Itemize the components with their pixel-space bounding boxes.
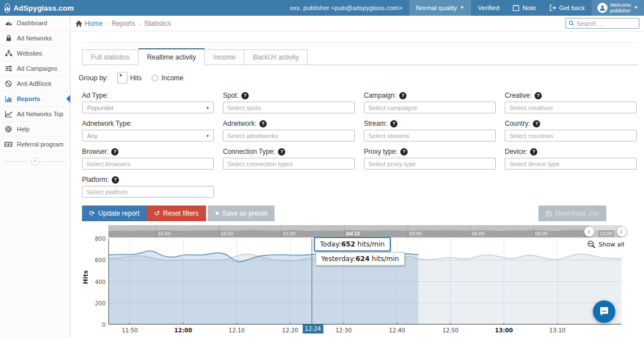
- group-by-option-hits[interactable]: Hits: [117, 72, 142, 84]
- verified-label: Verified: [478, 4, 499, 11]
- y-axis-tick: 0: [82, 322, 106, 328]
- navigator-tick: [344, 225, 345, 237]
- save-preset-button[interactable]: ♥ Save as preset: [208, 205, 275, 221]
- get-back-label: Get back: [559, 4, 585, 11]
- top-bar: AdSpyglass.com xxx. publisher <pub@adspy…: [0, 0, 644, 16]
- get-back-button[interactable]: Get back: [543, 0, 592, 16]
- breadcrumb-home-link[interactable]: Home: [75, 20, 103, 28]
- filter-field-platform: Platform:?: [82, 176, 214, 198]
- sidebar-item-dashboard[interactable]: Dashboard: [0, 16, 70, 31]
- filter-field-connection-type: Connection Type:?: [223, 148, 355, 170]
- navigator-tick: [156, 225, 157, 237]
- help-icon[interactable]: ?: [112, 176, 119, 184]
- sidebar-item-label: Help: [17, 126, 30, 133]
- browser-input[interactable]: [82, 158, 214, 170]
- today-tooltip-value: 652: [341, 240, 355, 248]
- note-label: Note: [522, 4, 536, 11]
- breadcrumb: Home › Reports › Statistics: [75, 20, 171, 28]
- download-csv-label: Download .csv: [555, 209, 599, 217]
- help-icon[interactable]: ?: [241, 92, 249, 99]
- help-icon[interactable]: ?: [530, 148, 537, 156]
- download-csv-button[interactable]: Download .csv: [538, 205, 606, 221]
- help-icon[interactable]: ?: [278, 148, 285, 156]
- device-input[interactable]: [505, 158, 637, 170]
- yesterday-tooltip-value: 624: [355, 255, 369, 263]
- group-by-option-income[interactable]: Income: [152, 72, 183, 84]
- adnetwork-input[interactable]: [223, 130, 355, 141]
- filter-field-browser: Browser:?: [82, 148, 214, 170]
- spot-input[interactable]: [223, 102, 355, 113]
- help-icon[interactable]: ?: [400, 148, 408, 156]
- user-menu[interactable]: Welcome publisher ▼: [592, 0, 644, 16]
- sidebar-item-ad-campaigns[interactable]: Ad Campaigns: [0, 61, 70, 76]
- sidebar-item-websites[interactable]: Websites: [0, 46, 70, 61]
- welcome-text: Welcome: [610, 2, 631, 8]
- chat-launcher-button[interactable]: [593, 300, 615, 323]
- chart-navigator[interactable]: 15:0018:0021:00Jul 1203:0006:0009:0012:0…: [108, 225, 622, 237]
- x-axis-tick: 13:00: [487, 327, 521, 334]
- help-icon[interactable]: ?: [533, 120, 540, 127]
- campaign-input[interactable]: [364, 102, 496, 113]
- filter-field-spot: Spot:?: [223, 92, 355, 113]
- tab-income[interactable]: Income: [204, 49, 244, 65]
- filter-label: Adnetwork Type:: [82, 120, 132, 127]
- tab-full-statistics[interactable]: Full statistics: [82, 49, 139, 65]
- line-chart-icon: [4, 111, 12, 117]
- platform-input[interactable]: [82, 186, 214, 198]
- sidebar-item-ad-networks[interactable]: Ad Networks: [0, 31, 70, 46]
- verified-menu[interactable]: Verified: [471, 0, 506, 16]
- chevron-down-icon: ▼: [460, 6, 464, 10]
- group-by-label: Group by:: [79, 74, 108, 82]
- proxy-type-input[interactable]: [364, 158, 496, 170]
- creative-input[interactable]: [505, 102, 637, 113]
- navigator-handle-right[interactable]: ∥: [616, 226, 627, 237]
- radio-icon: [117, 72, 127, 84]
- brand-logo[interactable]: AdSpyglass.com: [0, 0, 71, 16]
- note-button[interactable]: Note: [506, 0, 542, 16]
- quality-menu[interactable]: Normal quality ▼: [409, 0, 471, 16]
- navigator-handle-left[interactable]: ∥: [584, 226, 595, 237]
- adnetwork-type-select[interactable]: Any▾: [82, 130, 214, 141]
- filter-label: Adnetwork:: [223, 120, 257, 127]
- sidebar-item-ad-networks-top[interactable]: Ad Networks Top: [0, 107, 70, 122]
- update-report-button[interactable]: ⟳ Update report: [82, 205, 147, 221]
- country-input[interactable]: [505, 130, 637, 141]
- radio-label: Income: [161, 74, 183, 82]
- sidebar-collapse-button[interactable]: «: [31, 157, 39, 166]
- filter-field-adnetwork: Adnetwork:?: [223, 120, 355, 141]
- realtime-chart: 15:0018:0021:00Jul 1203:0006:0009:0012:0…: [71, 222, 644, 338]
- reset-filters-label: Reset filters: [163, 209, 199, 217]
- tab-backurl-activity[interactable]: BackUrl activity: [244, 49, 308, 65]
- navigator-label: Jul 12: [346, 231, 360, 236]
- y-axis-tick: 600: [82, 257, 106, 263]
- filter-grid: Ad Type:Popunder▾Spot:?Campaign:?Creativ…: [82, 92, 644, 198]
- navigator-tick: [533, 225, 534, 237]
- stream-input[interactable]: [364, 130, 496, 141]
- filter-field-proxy-type: Proxy type:?: [364, 148, 496, 170]
- filter-label: Connection Type:: [223, 148, 275, 156]
- navigator-tick: [281, 225, 282, 237]
- tab-realtime-activity[interactable]: Realtime activity: [138, 48, 205, 65]
- sidebar-item-help[interactable]: Help: [0, 122, 70, 137]
- filter-label: Stream:: [364, 120, 387, 127]
- show-all-button[interactable]: Show all: [587, 240, 624, 249]
- sidebar-item-anti-adblock[interactable]: Anti AdBlock: [0, 76, 70, 92]
- actions-row: ⟳ Update report ↺ Reset filters ♥ Save a…: [82, 205, 644, 221]
- search-input[interactable]: [577, 20, 636, 27]
- sidebar-collapse-row: «: [0, 157, 70, 166]
- reset-filters-button[interactable]: ↺ Reset filters: [147, 205, 205, 221]
- sidebar-item-referral-program[interactable]: Referral program: [0, 137, 70, 152]
- help-icon[interactable]: ?: [390, 120, 398, 127]
- connection-type-input[interactable]: [223, 158, 355, 170]
- breadcrumb-reports[interactable]: Reports: [112, 20, 135, 28]
- help-icon[interactable]: ?: [259, 120, 267, 127]
- welcome-username: publisher: [610, 8, 631, 13]
- ad-type-select[interactable]: Popunder▾: [82, 102, 214, 113]
- sidebar-item-reports[interactable]: Reports: [0, 92, 70, 107]
- help-icon[interactable]: ?: [535, 92, 542, 99]
- help-icon[interactable]: ?: [399, 92, 407, 99]
- help-icon[interactable]: ?: [111, 148, 118, 156]
- refresh-icon: ⟳: [89, 209, 95, 217]
- search-icon: [569, 20, 574, 26]
- quality-label: Normal quality: [416, 4, 458, 11]
